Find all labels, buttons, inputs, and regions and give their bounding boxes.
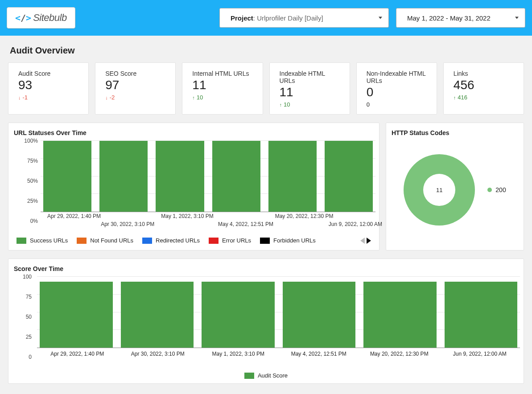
- chart-bar: [212, 141, 260, 212]
- x-tick-label: Apr 30, 2022, 3:10 PM: [118, 351, 198, 357]
- legend-label: Success URLs: [30, 237, 68, 244]
- metric-card: SEO Score97↓-2: [95, 62, 176, 115]
- panel-title: URL Statuses Over Time: [14, 129, 375, 136]
- legend-swatch-icon: [142, 238, 152, 244]
- bar-group: [37, 277, 520, 348]
- card-value: 11: [192, 78, 252, 92]
- trend-arrow-icon: ↓: [18, 95, 21, 100]
- http-status-panel: HTTP Status Codes 11 200: [386, 123, 524, 250]
- y-tick-label: 50%: [27, 178, 38, 184]
- legend-label: Error URLs: [222, 237, 251, 244]
- chart-bar: [156, 141, 204, 212]
- chart-bar: [283, 282, 356, 348]
- legend-item: Error URLs: [209, 237, 251, 244]
- card-delta: ↓-1: [18, 94, 78, 101]
- x-tick-label: May 4, 2022, 12:51 PM: [218, 221, 273, 227]
- delta-value: -2: [110, 94, 115, 101]
- donut-legend: 200: [487, 186, 506, 193]
- panel-title: HTTP Status Codes: [392, 129, 520, 136]
- legend-swatch-icon: [244, 373, 254, 379]
- donut-chart: 11 200: [390, 141, 520, 239]
- trend-arrow-icon: ↑: [192, 95, 195, 100]
- grid-line: [37, 276, 520, 277]
- chart-next-button[interactable]: [367, 238, 371, 244]
- x-tick-label: Apr 29, 2022, 1:40 PM: [37, 351, 118, 357]
- legend-swatch-icon: [260, 238, 270, 244]
- url-status-chart: 0%25%50%75%100% Apr 29, 2022, 1:40 PMApr…: [12, 141, 375, 230]
- card-title: Audit Score: [18, 70, 78, 77]
- x-tick-label: Apr 30, 2022, 3:10 PM: [101, 221, 154, 227]
- trend-arrow-icon: ↑: [280, 102, 282, 107]
- chart-prev-button[interactable]: [360, 238, 365, 244]
- score-over-time-panel: Score Over Time 0255075100 Apr 29, 2022,…: [8, 259, 524, 384]
- delta-value: 0: [367, 101, 370, 108]
- legend-item: Not Found URLs: [77, 237, 133, 244]
- chart-legend: Success URLsNot Found URLsRedirected URL…: [16, 237, 375, 244]
- legend-dot-icon: [487, 188, 492, 192]
- date-range-value: May 1, 2022 - May 31, 2022: [407, 14, 491, 22]
- x-tick-label: Jun 9, 2022, 12:00 AM: [440, 351, 520, 357]
- date-range-selector[interactable]: May 1, 2022 - May 31, 2022: [396, 8, 525, 28]
- metric-card: Links456↑416: [443, 62, 524, 115]
- project-label: Project: [231, 14, 253, 22]
- y-tick-label: 25%: [27, 198, 38, 204]
- delta-value: 416: [458, 94, 467, 101]
- score-legend-label: Audit Score: [258, 372, 288, 379]
- legend-swatch-icon: [16, 238, 26, 244]
- y-tick-label: 25: [26, 334, 32, 340]
- code-icon: </>: [15, 12, 31, 23]
- page-title: Audit Overview: [10, 45, 524, 56]
- bar-group: [41, 141, 375, 212]
- legend-label: Not Found URLs: [90, 237, 133, 244]
- legend-label: Redirected URLs: [156, 237, 200, 244]
- card-title: Non-Indexable HTML URLs: [367, 70, 427, 84]
- card-delta: ↑416: [454, 94, 514, 101]
- y-tick-label: 100: [23, 274, 32, 280]
- y-tick-label: 75%: [27, 158, 38, 164]
- x-tick-label: Apr 29, 2022, 1:40 PM: [47, 213, 101, 219]
- legend-item: Success URLs: [16, 237, 68, 244]
- url-statuses-panel: URL Statuses Over Time 0%25%50%75%100% A…: [8, 123, 379, 250]
- legend-item: Forbidden URLs: [260, 237, 316, 244]
- metric-card: Internal HTML URLs11↑10: [182, 62, 263, 115]
- chart-bar: [40, 282, 113, 348]
- metric-cards-row: Audit Score93↓-1SEO Score97↓-2Internal H…: [8, 62, 524, 115]
- card-title: Links: [454, 70, 514, 77]
- project-selector[interactable]: Project: Urlprofiler Daily [Daily]: [219, 8, 389, 28]
- y-tick-label: 0%: [30, 218, 38, 224]
- legend-label: Forbidden URLs: [273, 237, 316, 244]
- chart-bar: [325, 141, 373, 212]
- y-tick-label: 50: [26, 314, 32, 320]
- x-tick-label: May 20, 2022, 12:30 PM: [359, 351, 440, 357]
- chart-legend: Audit Score: [12, 372, 520, 379]
- metric-card: Non-Indexable HTML URLs00: [356, 62, 437, 115]
- legend-item: Redirected URLs: [142, 237, 200, 244]
- donut-legend-label: 200: [495, 186, 506, 193]
- card-delta: ↑10: [280, 101, 340, 108]
- brand-logo: </> Sitebulb: [7, 7, 75, 29]
- trend-arrow-icon: ↓: [105, 95, 108, 100]
- x-tick-label: May 1, 2022, 3:10 PM: [161, 213, 213, 219]
- x-tick-label: Jun 9, 2022, 12:00 AM: [329, 221, 382, 227]
- metric-card: Indexable HTML URLs11↑10: [269, 62, 350, 115]
- card-title: Internal HTML URLs: [192, 70, 252, 77]
- card-value: 456: [454, 78, 514, 92]
- chart-bar: [121, 282, 194, 348]
- project-value: : Urlprofiler Daily [Daily]: [253, 14, 323, 22]
- y-tick-label: 75: [26, 294, 32, 300]
- x-tick-label: May 20, 2022, 12:30 PM: [275, 213, 334, 219]
- delta-value: 10: [284, 101, 290, 108]
- y-tick-label: 100%: [24, 138, 38, 144]
- card-value: 93: [18, 78, 78, 92]
- card-title: Indexable HTML URLs: [280, 70, 340, 84]
- x-tick-label: May 4, 2022, 12:51 PM: [279, 351, 359, 357]
- chart-bar: [99, 141, 148, 212]
- chart-bar: [268, 141, 317, 212]
- score-chart: 0255075100 Apr 29, 2022, 1:40 PMApr 30, …: [12, 277, 520, 366]
- x-axis-labels: Apr 29, 2022, 1:40 PMApr 30, 2022, 3:10 …: [37, 348, 520, 357]
- chart-bar: [43, 141, 91, 212]
- legend-swatch-icon: [77, 238, 87, 244]
- chart-bar: [363, 282, 437, 348]
- donut-ring: 11: [404, 154, 475, 226]
- app-header: </> Sitebulb Project: Urlprofiler Daily …: [0, 0, 532, 36]
